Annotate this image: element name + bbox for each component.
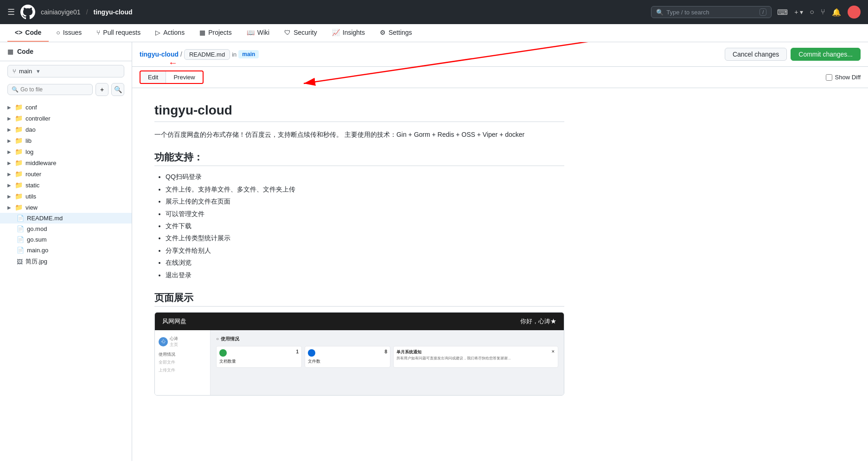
file-icon: 🖼 bbox=[17, 258, 23, 265]
file-sidebar: ▦ Code ⑂ main ▾ 🔍 + 🔍 ▶ 📁 conf ▶ bbox=[0, 42, 132, 461]
chevron-right-icon: ▶ bbox=[7, 160, 12, 166]
tree-folder-static[interactable]: ▶ 📁 static bbox=[0, 179, 132, 191]
commit-changes-button[interactable]: Commit changes... bbox=[791, 48, 861, 61]
tree-file-resume[interactable]: 🖼 简历.jpg bbox=[0, 256, 132, 268]
breadcrumb-file: README.md bbox=[184, 49, 230, 60]
tree-item-label: view bbox=[26, 204, 38, 211]
tab-wiki[interactable]: 📖 Wiki bbox=[239, 24, 277, 42]
list-item: 文件下载 bbox=[166, 221, 564, 231]
show-diff-container: Show Diff bbox=[826, 74, 861, 81]
tree-item-label: controller bbox=[26, 115, 50, 122]
tab-insights[interactable]: 📈 Insights bbox=[325, 24, 372, 42]
panel-icon: ▦ bbox=[7, 48, 13, 55]
breadcrumb-repo[interactable]: tingyu-cloud bbox=[140, 51, 179, 58]
tree-item-label: go.mod bbox=[27, 225, 47, 232]
screenshot-preview: 风网网盘 你好，心涛★ 心 心涛主页 使用情况 全部文件 上传文件 bbox=[154, 312, 564, 396]
wiki-icon: 📖 bbox=[247, 29, 255, 36]
add-button[interactable]: + ▾ bbox=[794, 8, 803, 16]
tree-folder-view[interactable]: ▶ 📁 view bbox=[0, 202, 132, 213]
tree-folder-log[interactable]: ▶ 📁 log bbox=[0, 146, 132, 157]
sidebar-header: ▦ Code bbox=[0, 42, 132, 61]
list-item: 可以管理文件 bbox=[166, 209, 564, 219]
breadcrumb-branch: main bbox=[238, 50, 259, 58]
tab-actions[interactable]: ▷ Actions bbox=[148, 24, 192, 42]
cancel-changes-button[interactable]: Cancel changes bbox=[725, 48, 787, 61]
search-code-button[interactable]: 🔍 bbox=[111, 83, 124, 96]
bell-icon[interactable]: 🔔 bbox=[832, 8, 841, 17]
terminal-icon[interactable]: ⌨ bbox=[777, 8, 788, 17]
tree-item-label: go.sum bbox=[27, 236, 47, 243]
tab-issues[interactable]: ○ Issues bbox=[49, 24, 89, 42]
file-icon: 📄 bbox=[17, 225, 24, 232]
edit-tab-button[interactable]: Edit bbox=[140, 71, 166, 83]
tab-projects[interactable]: ▦ Projects bbox=[192, 24, 239, 42]
breadcrumb-in: in bbox=[232, 51, 236, 58]
chevron-right-icon: ▶ bbox=[7, 205, 12, 210]
branch-chevron: ▾ bbox=[37, 68, 40, 75]
folder-icon: 📁 bbox=[15, 137, 23, 144]
editor-header: tingyu-cloud / README.md in main Cancel … bbox=[132, 42, 868, 67]
list-item: 文件上传。支持单文件、多文件、文件夹上传 bbox=[166, 184, 564, 194]
tree-file-maingo[interactable]: 📄 main.go bbox=[0, 245, 132, 256]
tree-item-label: router bbox=[26, 171, 41, 178]
new-file-button[interactable]: + bbox=[96, 83, 108, 96]
tree-item-label: 简历.jpg bbox=[26, 257, 47, 266]
tree-file-gosum[interactable]: 📄 go.sum bbox=[0, 234, 132, 245]
tree-folder-utils[interactable]: ▶ 📁 utils bbox=[0, 191, 132, 202]
tab-settings[interactable]: ⚙ Settings bbox=[372, 24, 420, 42]
tree-item-label: lib bbox=[26, 137, 32, 144]
tree-item-label: utils bbox=[26, 193, 36, 200]
main-layout: ▦ Code ⑂ main ▾ 🔍 + 🔍 ▶ 📁 conf ▶ bbox=[0, 42, 868, 461]
chevron-right-icon: ▶ bbox=[7, 194, 12, 199]
tab-security[interactable]: 🛡 Security bbox=[277, 24, 325, 42]
tree-item-label: conf bbox=[26, 104, 37, 111]
search-text: Type / to search bbox=[666, 9, 709, 16]
menu-icon[interactable]: ☰ bbox=[7, 7, 15, 17]
preview-tab-button[interactable]: Preview bbox=[166, 71, 202, 83]
circle-icon[interactable]: ○ bbox=[810, 8, 814, 16]
preview-title: tingyu-cloud bbox=[154, 103, 564, 122]
tree-folder-lib[interactable]: ▶ 📁 lib bbox=[0, 135, 132, 146]
avatar[interactable] bbox=[848, 6, 861, 19]
tree-item-label: log bbox=[26, 148, 33, 155]
navbar-repo[interactable]: tingyu-cloud bbox=[94, 8, 133, 16]
tree-file-readme[interactable]: 📄 README.md bbox=[0, 213, 132, 224]
branch-icon: ⑂ bbox=[13, 68, 16, 75]
content-area: tingyu-cloud / README.md in main Cancel … bbox=[132, 42, 868, 461]
tab-pull-requests[interactable]: ⑂ Pull requests bbox=[89, 24, 148, 42]
screenshot-main: ○ 使用情况 文档数量 1 bbox=[211, 330, 564, 395]
search-shortcut-badge: / bbox=[760, 8, 766, 16]
navbar-org[interactable]: cainiaoyige01 bbox=[41, 8, 81, 16]
tree-folder-dao[interactable]: ▶ 📁 dao bbox=[0, 124, 132, 135]
insights-icon: 📈 bbox=[332, 29, 340, 36]
list-item: 展示上传的文件在页面 bbox=[166, 196, 564, 206]
show-diff-label: Show Diff bbox=[835, 74, 861, 81]
global-search[interactable]: 🔍 Type / to search / bbox=[651, 6, 772, 18]
edit-preview-tabs: ← Edit Preview Show Diff bbox=[132, 67, 868, 88]
tree-folder-router[interactable]: ▶ 📁 router bbox=[0, 168, 132, 179]
fork-icon[interactable]: ⑂ bbox=[821, 8, 825, 16]
screenshot-body: 心 心涛主页 使用情况 全部文件 上传文件 ○ 使用情况 bbox=[155, 330, 564, 395]
go-to-file-input[interactable] bbox=[20, 86, 89, 93]
chevron-right-icon: ▶ bbox=[7, 149, 12, 154]
branch-name: main bbox=[19, 68, 32, 75]
chevron-right-icon: ▶ bbox=[7, 116, 12, 121]
tree-file-gomod[interactable]: 📄 go.mod bbox=[0, 224, 132, 234]
preview-description: 一个仿百度网盘的分布式存储！仿百度云，支持断点续传和秒传。 主要使用的技术：Gi… bbox=[154, 129, 564, 140]
tree-folder-middleware[interactable]: ▶ 📁 middleware bbox=[0, 157, 132, 168]
preview-content: tingyu-cloud 一个仿百度网盘的分布式存储！仿百度云，支持断点续传和秒… bbox=[132, 88, 587, 410]
branch-selector[interactable]: ⑂ main ▾ bbox=[7, 65, 124, 77]
tree-folder-controller[interactable]: ▶ 📁 controller bbox=[0, 113, 132, 124]
show-diff-checkbox[interactable] bbox=[826, 74, 832, 81]
breadcrumb-sep: / bbox=[180, 51, 182, 58]
file-icon: 📄 bbox=[17, 247, 24, 254]
list-item: 分享文件给别人 bbox=[166, 245, 564, 256]
tree-folder-conf[interactable]: ▶ 📁 conf bbox=[0, 102, 132, 113]
github-logo bbox=[20, 5, 35, 19]
tab-code[interactable]: <> Code bbox=[7, 24, 49, 42]
tree-item-label: main.go bbox=[27, 247, 48, 254]
security-icon: 🛡 bbox=[284, 29, 291, 36]
screenshot-sidebar: 心 心涛主页 使用情况 全部文件 上传文件 bbox=[155, 330, 211, 395]
folder-icon: 📁 bbox=[15, 103, 23, 111]
folder-icon: 📁 bbox=[15, 159, 23, 166]
